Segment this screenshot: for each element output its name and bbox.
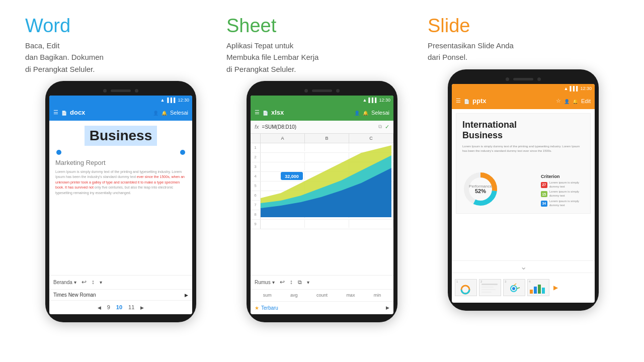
slide-thumb-4[interactable]: 4 bbox=[527, 279, 549, 296]
sheet-chart: 32,000 bbox=[261, 143, 391, 217]
sheet-doc-icon bbox=[263, 110, 268, 116]
sheet-bell-icon[interactable] bbox=[363, 110, 368, 116]
slide-person-icon[interactable] bbox=[564, 98, 570, 104]
sheet-corner bbox=[251, 134, 261, 143]
tab-arrow-icon[interactable]: ▶ bbox=[386, 305, 389, 310]
formula-check-icon[interactable]: ✓ bbox=[385, 124, 389, 130]
word-phone: ▲ ▐▐▐ 12:30 docx Selesai B bbox=[45, 81, 196, 322]
font-arrow-icon[interactable] bbox=[185, 292, 188, 298]
person-icon[interactable] bbox=[153, 110, 158, 116]
slide-donut-area: Performance 52% bbox=[460, 169, 501, 209]
formula-dropdown-arrow bbox=[272, 280, 275, 285]
word-status-bar: ▲ ▐▐▐ 12:30 bbox=[49, 96, 192, 105]
slide-main-area: International Business Lorem Ipsum is si… bbox=[456, 113, 591, 214]
undo-icon[interactable] bbox=[82, 279, 87, 286]
slide-thumb-1[interactable]: 1 bbox=[455, 279, 477, 296]
slide-criterion: Criterion 27 Lorem ipsum is simply dummy… bbox=[541, 174, 586, 209]
formula-copy-icon[interactable]: ⧉ bbox=[378, 124, 382, 130]
thumb-num-1: 1 bbox=[456, 280, 458, 283]
word-column: Word Baca, Edit dan Bagikan. Dokumen di … bbox=[20, 15, 221, 322]
calc-count: count bbox=[316, 293, 328, 298]
cell[interactable] bbox=[261, 220, 305, 228]
slide-thumb-3[interactable]: 3 bbox=[503, 279, 525, 296]
phone-camera2-slide bbox=[537, 77, 541, 81]
row-num: 1 bbox=[251, 143, 261, 152]
sheet-tab-bar: ★ Terbaru ▶ bbox=[251, 301, 393, 314]
sheet-undo-icon[interactable] bbox=[280, 279, 285, 286]
slide-thumbnail-bar: 1 2 bbox=[452, 273, 595, 303]
slide-thumb-2[interactable]: 2 bbox=[479, 279, 501, 296]
word-font-bar: Times New Roman bbox=[49, 289, 192, 300]
svg-text:32,000: 32,000 bbox=[285, 174, 299, 179]
slide-main-title: International Business bbox=[462, 120, 584, 141]
more-icon[interactable] bbox=[100, 280, 102, 285]
slide-chevron-bar: ⌄ bbox=[452, 260, 595, 273]
col-header-b[interactable]: B bbox=[305, 134, 349, 143]
sheet-more-icon[interactable] bbox=[307, 280, 309, 285]
slide-status-bar: ▲▐▐▐ 12:30 bbox=[452, 84, 595, 93]
tab-new-label: Terbaru bbox=[261, 305, 278, 311]
page-current-num: 10 bbox=[116, 304, 122, 310]
slide-bell-icon[interactable] bbox=[573, 98, 578, 104]
sheet-done-btn[interactable]: Selesai bbox=[371, 110, 389, 116]
tab-star-icon: ★ bbox=[255, 305, 259, 311]
slide-time: 12:30 bbox=[580, 86, 592, 91]
slide-star-icon[interactable] bbox=[556, 98, 561, 104]
thumb-preview-1 bbox=[455, 281, 475, 295]
formula-text[interactable]: =SUM(D8:D10) bbox=[262, 124, 375, 130]
criterion-text-3: Lorem ipsum is simply dummy text bbox=[549, 200, 586, 208]
row-num: 5 bbox=[251, 182, 261, 191]
sheet-format-icon[interactable] bbox=[290, 279, 293, 286]
slide-menu-icon[interactable] bbox=[456, 98, 461, 104]
criterion-badge-2: 15 bbox=[541, 191, 547, 197]
page-next-icon[interactable] bbox=[140, 304, 144, 310]
col-header-c[interactable]: C bbox=[349, 134, 393, 143]
row-num: 6 bbox=[251, 191, 261, 200]
sheet-new-tab[interactable]: Terbaru bbox=[261, 305, 278, 311]
format-icon[interactable] bbox=[92, 279, 95, 286]
word-header: Word Baca, Edit dan Bagikan. Dokumen di … bbox=[25, 15, 216, 75]
slide-desc: Presentasikan Slide Anda dari Ponsel. bbox=[428, 40, 619, 63]
criterion-row-3: 34 Lorem ipsum is simply dummy text bbox=[541, 200, 586, 208]
formula-dropdown-label: Rumus bbox=[255, 280, 271, 285]
sheet-grid: A B C 1 2 3 4 5 6 7 8 9 bbox=[251, 134, 393, 275]
criterion-text-1: Lorem ipsum is simply dummy text bbox=[549, 181, 586, 189]
cell[interactable] bbox=[349, 220, 393, 228]
sheet-screen: ▲▐▐▐ 12:30 xlsx Selesai fx =SUM(D8:D10) … bbox=[251, 96, 393, 314]
sheet-status-icons: ▲▐▐▐ bbox=[362, 98, 376, 103]
sheet-column: Sheet Aplikasi Tepat untuk Membuka file … bbox=[221, 15, 423, 322]
sheet-formula-dropdown[interactable]: Rumus bbox=[255, 280, 275, 285]
page-prev-num: 9 bbox=[107, 304, 110, 310]
sheet-person-icon[interactable] bbox=[354, 110, 360, 116]
sheet-status-bar: ▲▐▐▐ 12:30 bbox=[251, 96, 393, 105]
thumb-preview-2 bbox=[479, 281, 500, 295]
sheet-toolbar: xlsx Selesai bbox=[251, 105, 393, 121]
chevron-down-icon[interactable]: ⌄ bbox=[520, 262, 527, 272]
sheet-copy-icon[interactable] bbox=[298, 279, 302, 286]
row-num: 2 bbox=[251, 153, 261, 162]
calc-sum: sum bbox=[263, 293, 272, 298]
slide-body-text: Lorem Ipsum is simply dummy text of the … bbox=[462, 144, 584, 154]
svg-rect-13 bbox=[481, 287, 494, 288]
wifi-icon: ▲ bbox=[160, 98, 165, 103]
cell[interactable] bbox=[305, 220, 349, 228]
sheet-menu-icon[interactable] bbox=[255, 109, 260, 116]
menu-icon[interactable] bbox=[53, 109, 58, 116]
bell-icon[interactable] bbox=[162, 110, 167, 116]
word-done-btn[interactable]: Selesai bbox=[170, 110, 188, 116]
sheet-phone: ▲▐▐▐ 12:30 xlsx Selesai fx =SUM(D8:D10) … bbox=[247, 81, 397, 322]
sheet-desc: Aplikasi Tepat untuk Membuka file Lembar… bbox=[226, 40, 418, 75]
page-prev-icon[interactable] bbox=[98, 304, 101, 310]
svg-rect-20 bbox=[530, 290, 533, 294]
word-home-dropdown[interactable]: Beranda bbox=[53, 280, 76, 285]
slide-done-btn[interactable]: Edit bbox=[581, 98, 591, 104]
table-row: 9 bbox=[251, 220, 393, 229]
word-time: 12:30 bbox=[178, 98, 189, 103]
row-num: 7 bbox=[251, 201, 261, 210]
col-header-a[interactable]: A bbox=[261, 134, 305, 143]
phone-top-word bbox=[49, 89, 192, 93]
phone-camera2-word bbox=[135, 89, 138, 93]
slide-next-arrow[interactable]: ▶ bbox=[551, 279, 559, 296]
row-num: 4 bbox=[251, 172, 261, 181]
word-desc: Baca, Edit dan Bagikan. Dokumen di Peran… bbox=[25, 40, 216, 75]
